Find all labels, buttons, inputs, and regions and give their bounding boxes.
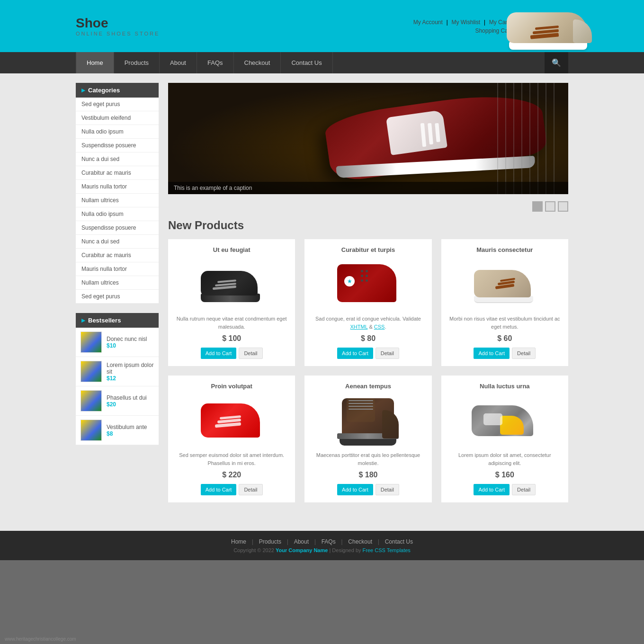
bestseller-item: Phasellus ut dui $20: [76, 386, 159, 416]
detail-button[interactable]: Detail: [376, 348, 399, 359]
list-item: Nunc a dui sed: [76, 152, 159, 166]
content-area: ▶ Categories Sed eget purus Vestibulum e…: [76, 73, 568, 517]
list-item: Nulla odio ipsum: [76, 207, 159, 221]
add-to-cart-button[interactable]: Add to Cart: [474, 484, 510, 495]
add-to-cart-button[interactable]: Add to Cart: [337, 348, 373, 359]
list-item: Nullam ultrices: [76, 276, 159, 290]
slider-caption: This is an example of a caption: [168, 182, 568, 194]
product-actions: Add to Cart Detail: [312, 484, 424, 495]
product-card: Ut eu feugiat Nulla rutrum neque vitae e…: [168, 239, 295, 366]
footer-contact-link[interactable]: Contact Us: [385, 538, 413, 545]
product-actions: Add to Cart Detail: [312, 348, 424, 359]
add-to-cart-button[interactable]: Add to Cart: [201, 484, 237, 495]
detail-button[interactable]: Detail: [512, 484, 536, 495]
list-item: Mauris nulla tortor: [76, 262, 159, 276]
bestseller-info: Vestibulum ante $8: [107, 424, 147, 437]
product-price: $ 160: [448, 471, 561, 479]
product-card: Proin volutpat Sed semper euis: [168, 376, 295, 502]
add-to-cart-button[interactable]: Add to Cart: [337, 484, 373, 495]
slider-dot-3[interactable]: [558, 201, 568, 212]
category-link[interactable]: Mauris nulla tortor: [76, 180, 159, 193]
nav-products[interactable]: Products: [114, 52, 160, 73]
list-item: Nullam ultrices: [76, 194, 159, 207]
nav-about[interactable]: About: [160, 52, 197, 73]
bestseller-item: Vestibulum ante $8: [76, 416, 159, 445]
product-desc: Sed semper euismod dolor sit amet interd…: [175, 451, 288, 467]
footer-faqs-link[interactable]: FAQs: [322, 538, 336, 545]
list-item: Nunc a dui sed: [76, 235, 159, 249]
list-item: Sed eget purus: [76, 290, 159, 304]
my-wishlist-link[interactable]: My Wishlist: [451, 19, 480, 26]
category-link[interactable]: Nulla odio ipsum: [76, 125, 159, 138]
detail-button[interactable]: Detail: [376, 484, 399, 495]
bestseller-thumbnail: [80, 331, 102, 353]
product-name: Aenean tempus: [312, 383, 424, 390]
category-link[interactable]: Nullam ultrices: [76, 194, 159, 207]
category-link[interactable]: Sed eget purus: [76, 290, 159, 303]
bestseller-item: Lorem ipsum dolor sit $12: [76, 357, 159, 386]
category-link[interactable]: Nunc a dui sed: [76, 152, 159, 166]
product-actions: Add to Cart Detail: [448, 484, 561, 495]
product-image: [448, 258, 561, 310]
nav-faqs[interactable]: FAQs: [197, 52, 234, 73]
product-name: Mauris consectetur: [448, 246, 561, 253]
list-item: Suspendisse posuere: [76, 139, 159, 152]
product-price: $ 80: [312, 334, 424, 343]
detail-button[interactable]: Detail: [239, 348, 262, 359]
my-account-link[interactable]: My Account: [413, 19, 443, 26]
bestseller-name: Vestibulum ante: [107, 424, 147, 430]
product-image: [175, 258, 288, 310]
css-link[interactable]: CSS: [374, 324, 385, 330]
category-link[interactable]: Vestibulum eleifend: [76, 111, 159, 125]
footer-separator: |: [341, 538, 342, 545]
detail-button[interactable]: Detail: [239, 484, 262, 495]
category-link[interactable]: Nunc a dui sed: [76, 235, 159, 248]
slider-dot-2[interactable]: [545, 201, 555, 212]
new-products-title: New Products: [168, 219, 568, 232]
bestseller-info: Lorem ipsum dolor sit $12: [107, 362, 154, 382]
add-to-cart-button[interactable]: Add to Cart: [474, 348, 510, 359]
logo-area: ShoeStore Online Shoes Store: [76, 16, 411, 36]
category-link[interactable]: Nullam ultrices: [76, 276, 159, 289]
logo-tagline: Online Shoes Store: [76, 31, 411, 36]
footer-products-link[interactable]: Products: [259, 538, 281, 545]
slider-grid-lines: [497, 83, 568, 194]
footer-about-link[interactable]: About: [294, 538, 309, 545]
product-desc: Nulla rutrum neque vitae erat condmentum…: [175, 315, 288, 331]
detail-button[interactable]: Detail: [512, 348, 536, 359]
product-price: $ 180: [312, 471, 424, 479]
footer-checkout-link[interactable]: Checkout: [348, 538, 372, 545]
list-item: Mauris nulla tortor: [76, 180, 159, 194]
product-desc: Lorem ipsum dolor sit amet, consectetur …: [448, 451, 561, 467]
category-link[interactable]: Mauris nulla tortor: [76, 262, 159, 276]
add-to-cart-button[interactable]: Add to Cart: [201, 348, 237, 359]
designer-link[interactable]: Free CSS Templates: [363, 547, 411, 553]
footer-copyright: Copyright © 2022 Your Company Name | Des…: [76, 547, 568, 553]
nav-checkout[interactable]: Checkout: [234, 52, 281, 73]
product-image: [312, 394, 424, 447]
list-item: Suspendisse posuere: [76, 221, 159, 235]
copyright-text: Copyright © 2022: [233, 547, 274, 553]
category-link[interactable]: Suspendisse posuere: [76, 139, 159, 152]
category-link[interactable]: Curabitur ac mauris: [76, 166, 159, 179]
category-link[interactable]: Nulla odio ipsum: [76, 207, 159, 221]
product-card: Mauris consectetur Morbi non r: [441, 239, 568, 366]
product-actions: Add to Cart Detail: [175, 348, 288, 359]
main-wrapper: ▶ Categories Sed eget purus Vestibulum e…: [0, 73, 644, 531]
nav-home[interactable]: Home: [76, 52, 114, 73]
category-link[interactable]: Suspendisse posuere: [76, 221, 159, 234]
nav-contact[interactable]: Contact Us: [281, 52, 332, 73]
bestsellers-header: ▶ Bestsellers: [76, 313, 159, 328]
footer-home-link[interactable]: Home: [231, 538, 246, 545]
bestseller-name: Donec nunc nisl: [107, 336, 147, 342]
list-item: Vestibulum eleifend: [76, 111, 159, 125]
product-card: Nulla luctus urna Lorem ipsum: [441, 376, 568, 502]
new-products-section: New Products Ut eu feugiat: [168, 219, 568, 502]
bestseller-thumbnail: [80, 420, 102, 441]
bestsellers-arrow-icon: ▶: [81, 318, 85, 323]
bestseller-item: Donec nunc nisl $10: [76, 328, 159, 357]
category-link[interactable]: Curabitur ac mauris: [76, 249, 159, 262]
category-link[interactable]: Sed eget purus: [76, 98, 159, 111]
xhtml-link[interactable]: XHTML: [350, 324, 367, 330]
slider-dot-1[interactable]: [532, 201, 543, 212]
